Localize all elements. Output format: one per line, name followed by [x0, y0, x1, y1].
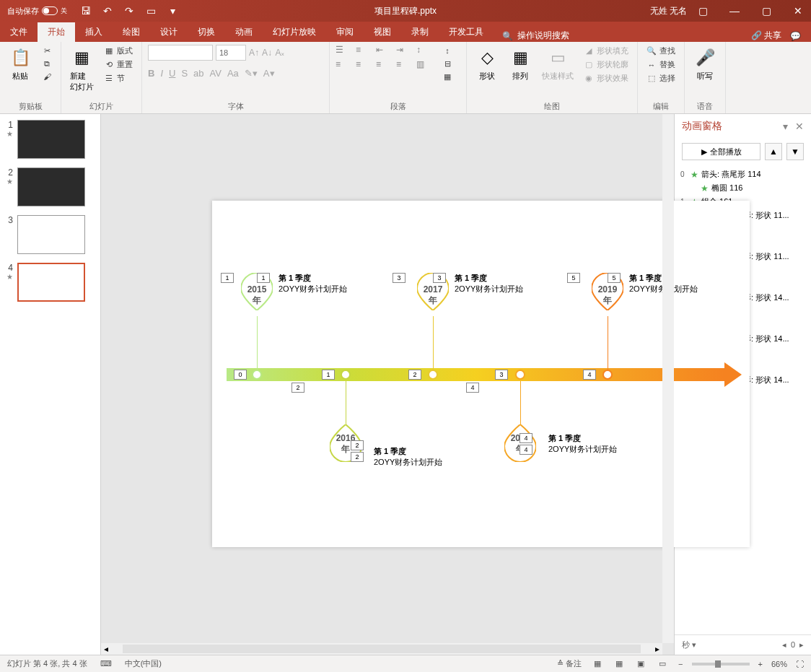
reading-view-icon[interactable]: ▣ [634, 658, 648, 671]
italic-button[interactable]: I [160, 68, 163, 79]
align-right-icon[interactable]: ≡ [376, 59, 389, 69]
anim-tag[interactable]: 3 [393, 273, 406, 283]
indent-inc-icon[interactable]: ⇥ [396, 45, 409, 55]
pane-options-icon[interactable]: ▾ [783, 121, 788, 132]
strike-button[interactable]: S [181, 68, 188, 79]
align-left-icon[interactable]: ≡ [336, 59, 348, 69]
tab-draw[interactable]: 绘图 [113, 22, 150, 42]
align-center-icon[interactable]: ≡ [356, 59, 369, 69]
close-icon[interactable]: ✕ [792, 5, 804, 17]
shapes-button[interactable]: ◇形状 [473, 45, 501, 83]
shape-fill-button[interactable]: ◢形状填充 [581, 45, 631, 57]
zoom-out-button[interactable]: − [678, 660, 683, 668]
spellcheck-icon[interactable]: ⌨ [100, 659, 112, 668]
sorter-view-icon[interactable]: ▦ [612, 658, 626, 671]
shadow-button[interactable]: ab [193, 68, 203, 79]
maximize-icon[interactable]: ▢ [760, 5, 772, 17]
underline-button[interactable]: U [169, 68, 175, 79]
anim-tag[interactable]: 3 [433, 273, 446, 283]
font-color-button[interactable]: A▾ [263, 68, 275, 79]
case-button[interactable]: Aa [227, 68, 239, 79]
user-name[interactable]: 无姓 无名 [650, 5, 687, 17]
zoom-level[interactable]: 66% [771, 660, 787, 668]
tab-animations[interactable]: 动画 [225, 22, 263, 42]
start-from-beginning-icon[interactable]: ▭ [145, 5, 157, 17]
text-direction-button[interactable]: ↕ [439, 45, 455, 56]
cut-button[interactable]: ✂ [39, 45, 55, 56]
share-button[interactable]: 🔗 共享 [751, 30, 781, 42]
tab-developer[interactable]: 开发工具 [439, 22, 494, 42]
new-slide-button[interactable]: ▦ 新建 幻灯片 [67, 45, 97, 94]
tab-view[interactable]: 视图 [364, 22, 401, 42]
anim-tag[interactable]: 5 [567, 273, 580, 283]
quickstyles-button[interactable]: ▭快速样式 [539, 45, 577, 83]
font-name-input[interactable] [148, 45, 213, 61]
move-up-button[interactable]: ▲ [765, 143, 782, 160]
thumbnail-4[interactable]: 4★ [3, 263, 97, 302]
zoom-slider[interactable] [692, 663, 750, 666]
dictate-button[interactable]: 🎤听写 [691, 45, 719, 83]
anim-tag[interactable]: 4 [520, 433, 532, 443]
minimize-icon[interactable]: — [729, 5, 740, 17]
tab-review[interactable]: 审阅 [326, 22, 364, 42]
horizontal-scrollbar[interactable]: ◂▸ [101, 643, 662, 655]
anim-tag[interactable]: 2 [351, 440, 364, 450]
move-down-button[interactable]: ▼ [786, 143, 804, 160]
undo-icon[interactable]: ↶ [102, 5, 113, 17]
slide-counter[interactable]: 幻灯片 第 4 张, 共 4 张 [7, 658, 87, 669]
format-painter-button[interactable]: 🖌 [39, 71, 55, 82]
thumbnail-1[interactable]: 1★ [3, 120, 97, 159]
smartart-button[interactable]: ▦ [439, 71, 455, 82]
normal-view-icon[interactable]: ▦ [590, 658, 605, 671]
tab-slideshow[interactable]: 幻灯片放映 [263, 22, 326, 42]
qat-more-icon[interactable]: ▾ [167, 5, 178, 17]
anim-tag[interactable]: 2 [351, 452, 364, 462]
increase-font-icon[interactable]: A↑ [249, 48, 259, 58]
animation-item[interactable]: ★椭圆 116 [679, 181, 807, 195]
decrease-font-icon[interactable]: A↓ [262, 48, 272, 58]
select-button[interactable]: ⬚选择 [644, 72, 678, 84]
notes-button[interactable]: ≙ 备注 [557, 658, 582, 669]
align-text-button[interactable]: ⊟ [439, 58, 455, 69]
anim-tag[interactable]: 4 [520, 445, 532, 455]
comments-icon[interactable]: 💬 [790, 31, 801, 41]
tab-file[interactable]: 文件 [0, 22, 38, 42]
numbering-icon[interactable]: ≡ [356, 45, 369, 55]
vertical-scrollbar[interactable] [662, 114, 674, 643]
ribbon-options-icon[interactable]: ▢ [697, 5, 709, 17]
zoom-in-button[interactable]: + [758, 660, 763, 668]
anim-tag[interactable]: 1 [257, 273, 270, 283]
save-icon[interactable]: 🖫 [80, 5, 92, 17]
section-button[interactable]: ☰节 [101, 72, 136, 84]
columns-icon[interactable]: ▥ [416, 59, 429, 69]
copy-button[interactable]: ⧉ [39, 58, 55, 69]
char-spacing-button[interactable]: AV [210, 68, 222, 79]
tab-transitions[interactable]: 切换 [188, 22, 225, 42]
indent-dec-icon[interactable]: ⇤ [376, 45, 389, 55]
thumbnail-2[interactable]: 2★ [3, 167, 97, 206]
highlight-button[interactable]: ✎▾ [245, 68, 258, 79]
clear-format-icon[interactable]: Aₓ [275, 48, 285, 58]
language-status[interactable]: 中文(中国) [125, 658, 162, 669]
shape-effects-button[interactable]: ◉形状效果 [581, 72, 631, 84]
justify-icon[interactable]: ≡ [396, 59, 409, 69]
replace-button[interactable]: ↔替换 [644, 58, 678, 71]
tell-me-search[interactable]: 🔍 操作说明搜索 [502, 30, 569, 42]
shape-outline-button[interactable]: ▢形状轮廓 [581, 58, 631, 71]
tab-home[interactable]: 开始 [38, 22, 75, 42]
redo-icon[interactable]: ↷ [123, 5, 135, 17]
reset-button[interactable]: ⟲重置 [101, 58, 136, 71]
paste-button[interactable]: 📋 粘贴 [6, 45, 35, 83]
anim-tag[interactable]: 5 [608, 273, 621, 283]
tab-recording[interactable]: 录制 [401, 22, 439, 42]
font-size-input[interactable]: 18 [216, 45, 246, 61]
tab-design[interactable]: 设计 [150, 22, 188, 42]
pane-close-icon[interactable]: ✕ [795, 121, 804, 132]
anim-tag[interactable]: 1 [221, 273, 234, 283]
timeline-zoom-left[interactable]: ◂ [782, 640, 786, 650]
find-button[interactable]: 🔍查找 [644, 45, 678, 57]
bold-button[interactable]: B [148, 68, 154, 79]
layout-button[interactable]: ▦版式 [101, 45, 136, 57]
tab-insert[interactable]: 插入 [75, 22, 113, 42]
thumbnail-3[interactable]: 3 [3, 215, 97, 254]
